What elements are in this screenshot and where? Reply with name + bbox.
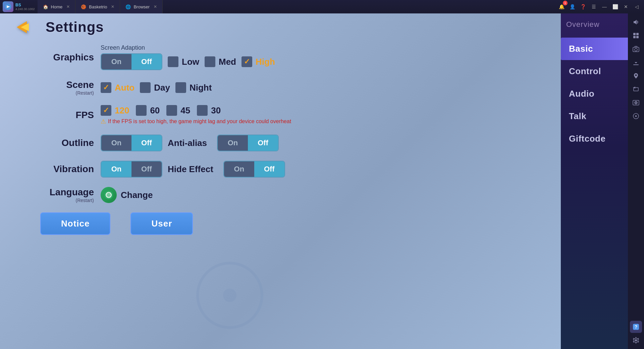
antialias-toggle-group: On Off	[217, 135, 279, 151]
sidebar-rotate-btn[interactable]	[630, 83, 642, 95]
antialias-off-btn[interactable]: Off	[248, 135, 278, 151]
notice-btn[interactable]: Notice	[40, 212, 110, 235]
help-btn[interactable]: ❓	[578, 2, 588, 11]
nav-overview-label: Overview	[561, 13, 628, 32]
quality-high-item[interactable]: ✓ High	[241, 56, 275, 67]
language-change-btn[interactable]: Change	[101, 187, 153, 203]
fps-120-checkbox[interactable]: ✓	[101, 105, 111, 116]
user-btn[interactable]: User	[130, 212, 193, 235]
nav-item-audio[interactable]: Audio	[561, 83, 628, 105]
sidebar-settings-btn[interactable]	[630, 334, 642, 346]
sidebar-volume-btn[interactable]	[630, 16, 642, 28]
vibration-off-btn[interactable]: Off	[131, 161, 162, 177]
fps-row: FPS ✓ 120 60	[40, 105, 541, 125]
back-arrow-icon[interactable]	[13, 19, 40, 36]
notification-container: 🔔 1	[557, 2, 566, 11]
settings-nav: Overview Basic Control Audio Talk Giftco…	[561, 13, 628, 349]
svg-point-10	[635, 74, 637, 76]
settings-body: Graphics Screen Adaption On Off Low	[0, 41, 561, 242]
svg-text:?: ?	[635, 324, 638, 330]
scene-night-checkbox[interactable]	[175, 82, 186, 93]
quality-med-item[interactable]: Med	[205, 56, 236, 67]
fps-45-label: 45	[180, 105, 190, 116]
basketrio-tab-close[interactable]: ✕	[111, 4, 114, 9]
vibration-toggle-group: On Off	[101, 161, 162, 178]
scene-day-item[interactable]: Day	[140, 82, 170, 93]
sidebar-dots-btn[interactable]	[630, 30, 642, 42]
menu-btn[interactable]: ☰	[589, 2, 598, 11]
outline-off-btn[interactable]: Off	[131, 135, 162, 151]
fps-30-checkbox[interactable]	[197, 105, 208, 116]
antialias-on-btn[interactable]: On	[218, 135, 248, 151]
scene-auto-item[interactable]: ✓ Auto	[101, 82, 135, 93]
scene-day-checkbox[interactable]	[140, 82, 151, 93]
vibration-row: Vibration On Off Hide Effect On Off	[40, 161, 541, 178]
browser-tab-label: Browser	[133, 4, 150, 9]
fps-45-checkbox[interactable]	[166, 105, 177, 116]
window-controls: 🔔 1 👤 ❓ ☰ — ⬜ ✕ ◁	[557, 2, 644, 11]
home-tab-close[interactable]: ✕	[66, 4, 70, 9]
fps-label: FPS	[40, 110, 94, 120]
fps-45-item[interactable]: 45	[166, 105, 190, 116]
fps-30-item[interactable]: 30	[197, 105, 221, 116]
fps-60-label: 60	[150, 105, 160, 116]
outline-on-btn[interactable]: On	[101, 135, 131, 151]
sidebar-camera-btn[interactable]	[630, 43, 642, 55]
fps-120-item[interactable]: ✓ 120	[101, 105, 129, 116]
sidebar-help-btn[interactable]: ?	[630, 321, 642, 333]
fps-60-checkbox[interactable]	[136, 105, 147, 116]
quality-med-checkbox[interactable]	[205, 56, 215, 67]
scene-label: Scene (Restart)	[40, 80, 94, 96]
outline-controls: On Off Anti-alias On Off	[101, 135, 279, 151]
quality-low-item[interactable]: Low	[168, 56, 199, 67]
hideeffect-group: Hide Effect On Off	[168, 161, 285, 178]
nav-item-talk[interactable]: Talk	[561, 105, 628, 128]
quality-high-checkbox[interactable]: ✓	[241, 56, 252, 67]
close-btn[interactable]: ✕	[621, 2, 631, 11]
nav-item-basic[interactable]: Basic	[561, 38, 628, 60]
hideeffect-label: Hide Effect	[168, 164, 213, 174]
graphics-label: Graphics	[40, 52, 94, 63]
quality-low-checkbox[interactable]	[168, 56, 178, 67]
nav-control-label: Control	[569, 66, 601, 76]
warning-icon: ⚠	[101, 118, 106, 125]
browser-tab-close[interactable]: ✕	[154, 4, 157, 9]
scene-night-item[interactable]: Night	[175, 82, 212, 93]
hideeffect-off-btn[interactable]: Off	[254, 161, 284, 177]
outline-toggle-group: On Off	[101, 135, 162, 151]
graphics-on-btn[interactable]: On	[101, 54, 131, 69]
notification-badge: 1	[563, 1, 568, 5]
sidebar-location-btn[interactable]	[630, 70, 642, 82]
fps-30-label: 30	[211, 105, 221, 116]
account-btn[interactable]: 👤	[568, 2, 577, 11]
quality-med-label: Med	[219, 57, 236, 67]
maximize-btn[interactable]: ⬜	[610, 2, 620, 11]
scene-auto-checkbox[interactable]: ✓	[101, 82, 111, 93]
sidebar-macro-btn[interactable]	[630, 110, 642, 122]
language-change-icon	[101, 187, 117, 203]
settings-title: Settings	[46, 19, 104, 35]
vibration-controls: On Off Hide Effect On Off	[101, 161, 285, 178]
home-tab-icon: 🏠	[43, 4, 48, 9]
fps-warning: ⚠ If the FPS is set too high, the game m…	[101, 118, 291, 125]
graphics-off-btn[interactable]: Off	[131, 54, 162, 69]
sidebar-download-btn[interactable]	[630, 56, 642, 68]
collapse-btn[interactable]: ◁	[632, 2, 641, 11]
tab-browser[interactable]: 🌐 Browser ✕	[120, 0, 163, 13]
nav-item-control[interactable]: Control	[561, 60, 628, 83]
hideeffect-on-btn[interactable]: On	[224, 161, 254, 177]
tab-home[interactable]: 🏠 Home ✕	[38, 0, 76, 13]
bluestacks-icon	[3, 1, 13, 12]
tab-basketrio[interactable]: 🏀 Basketrio ✕	[75, 0, 120, 13]
bluestacks-name: BS	[15, 3, 35, 7]
nav-item-giftcode[interactable]: Giftcode	[561, 128, 628, 150]
fps-warning-text: If the FPS is set too high, the game mig…	[108, 118, 291, 124]
language-row: Language (Restart) Chang	[40, 187, 541, 203]
vibration-on-btn[interactable]: On	[101, 161, 131, 177]
sidebar-screenshot-btn[interactable]	[630, 97, 642, 109]
scene-sublabel: (Restart)	[40, 90, 94, 96]
fps-60-item[interactable]: 60	[136, 105, 160, 116]
graphics-setting-controls: On Off Low Med ✓	[101, 53, 275, 70]
minimize-btn[interactable]: —	[600, 2, 609, 11]
antialias-group: Anti-alias On Off	[168, 135, 279, 151]
